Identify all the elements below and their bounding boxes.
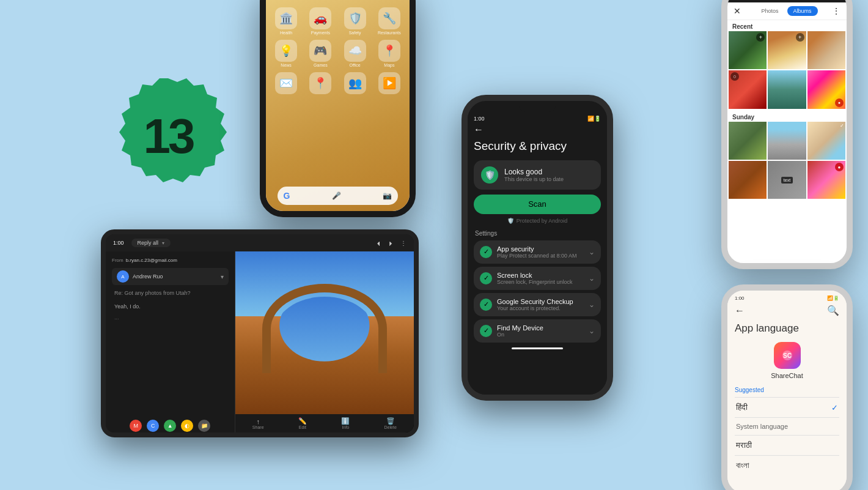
photo-park[interactable] — [768, 70, 806, 108]
lang-marathi[interactable]: मराठी — [735, 436, 839, 456]
app-icon-maps[interactable]: 📍 Maps — [375, 40, 403, 67]
google-search-bar[interactable]: G 🎤 📷 — [278, 187, 399, 205]
app-icon-location[interactable]: 📍 — [306, 72, 334, 94]
app-icon-safety[interactable]: 🛡️ Safety — [341, 7, 369, 35]
app-security-item[interactable]: ✓ App security Play Protect scanned at 8… — [474, 240, 601, 264]
photos-header: ✕ Photos Albums ⋮ — [727, 2, 847, 20]
photos-tab[interactable]: Photos — [755, 6, 784, 16]
protected-text: 🛡️ Protected by Android — [474, 218, 601, 224]
email-body[interactable]: Yeah, I do. — [112, 302, 229, 311]
email-ellipsis: ... — [112, 313, 229, 322]
find-device-title: Find My Device — [497, 324, 584, 332]
edit-button[interactable]: ✏️ Edit — [298, 417, 307, 429]
home-indicator — [512, 347, 562, 349]
app-security-subtitle: Play Protect scanned at 8:00 AM — [497, 253, 584, 259]
photos-close-button[interactable]: ✕ — [734, 6, 741, 16]
photo-sunday-1[interactable] — [729, 122, 767, 160]
status-bar: 1:00 📶🔋 — [474, 116, 601, 122]
app-icon-office[interactable]: ☁️ Office — [341, 40, 369, 67]
lang-system[interactable]: System language — [735, 418, 839, 436]
screen-lock-title: Screen lock — [497, 272, 584, 279]
photo-flowers[interactable]: ● — [807, 70, 845, 108]
settings-section-label: Settings — [474, 230, 601, 237]
app-icon-news[interactable]: 💡 News — [272, 40, 300, 67]
scan-button[interactable]: Scan — [474, 195, 601, 214]
looks-good-text: Looks good — [504, 168, 564, 176]
files-icon[interactable]: 📁 — [198, 420, 210, 432]
photo-sunday-2[interactable] — [768, 122, 806, 160]
find-my-device-item[interactable]: ✓ Find My Device On ⌄ — [474, 319, 601, 343]
photo-check: ○ — [730, 72, 739, 81]
email-to-field[interactable]: A Andrew Ruo ▾ — [112, 268, 229, 285]
delete-button[interactable]: 🗑️ Delete — [384, 417, 397, 429]
share-button[interactable]: ↑ Share — [252, 418, 264, 429]
screen-lock-chevron: ⌄ — [589, 274, 595, 283]
photo-food[interactable]: ○ — [729, 70, 767, 108]
app-icon-mail[interactable]: ✉️ — [272, 72, 300, 94]
app-icon-contacts[interactable]: 👥 — [341, 72, 369, 94]
photos-icon-nav[interactable]: ◐ — [181, 420, 193, 432]
app-security-chevron: ⌄ — [589, 248, 595, 256]
app-icon-health[interactable]: 🏛️ Health — [272, 7, 300, 35]
recipient-avatar: A — [117, 270, 129, 283]
photo-select: + — [756, 33, 765, 42]
screen-lock-icon: ✓ — [480, 272, 492, 284]
page-background: 13 🏛️ Health 🚗 Payments — [0, 0, 868, 490]
info-button[interactable]: ℹ️ Info — [341, 417, 350, 429]
photo-sunday-dog[interactable]: ✓ — [807, 122, 845, 160]
lang-search-button[interactable]: 🔍 — [827, 305, 839, 316]
lang-bengali[interactable]: বাংলা — [735, 456, 839, 475]
app-security-title: App security — [497, 245, 584, 253]
lang-title: App language — [735, 322, 839, 335]
lang-header: ← 🔍 — [735, 305, 839, 316]
back-button[interactable]: ← — [474, 124, 601, 135]
app-language-phone: 1:00 📶🔋 ← 🔍 App language SC ShareChat — [721, 284, 853, 490]
security-checkup-icon: ✓ — [480, 299, 492, 311]
photos-more-button[interactable]: ⋮ — [832, 6, 840, 16]
albums-tab[interactable]: Albums — [787, 6, 818, 16]
reply-all-chip[interactable]: Reply all ▾ — [131, 239, 171, 247]
photo-toolbar: ↑ Share ✏️ Edit ℹ️ Info 🗑️ — [235, 414, 414, 432]
photos-phone: This app will have access to only the ph… — [721, 0, 853, 269]
looks-good-card: 🛡️ Looks good This device is up to date — [474, 160, 601, 190]
recent-label: Recent — [727, 20, 847, 31]
find-device-chevron: ⌄ — [589, 327, 595, 335]
email-compose-panel: From b.ryan.c.23@gmail.com A Andrew Ruo … — [106, 251, 235, 432]
chrome-icon[interactable]: C — [147, 420, 159, 432]
photo-people[interactable] — [807, 31, 845, 69]
security-checkup-chevron: ⌄ — [589, 300, 595, 309]
gmail-icon[interactable]: M — [130, 420, 142, 432]
device-status-text: This device is up to date — [504, 176, 564, 182]
screen-lock-item[interactable]: ✓ Screen lock Screen lock, Fingerprint u… — [474, 267, 601, 290]
app-icon-games[interactable]: 🎮 Games — [306, 40, 334, 67]
app-icon-payments[interactable]: 🚗 Payments — [306, 7, 334, 35]
photo-red-badge: ● — [835, 163, 844, 171]
suggested-label: Suggested — [735, 387, 839, 393]
tablet-gmail: 1:00 Reply all ▾ ⏴ ⏵ ⋮ From b.ryan.c.23@ — [101, 229, 419, 437]
shield-icon: 🛡️ — [481, 166, 498, 184]
lang-hindi[interactable]: हिंदी ✓ — [735, 398, 839, 418]
photo-sunday-4[interactable] — [729, 161, 767, 199]
recent-photos-grid: + + ○ ● — [727, 31, 847, 109]
sharechat-label: ShareChat — [771, 372, 803, 379]
photo-landscape[interactable]: + — [729, 31, 767, 69]
photo-sunday-5[interactable]: text — [768, 161, 806, 199]
maps-icon[interactable]: ▲ — [164, 420, 176, 432]
android-13-badge: 13 — [107, 73, 229, 198]
app-icon-restaurants[interactable]: 🔧 Restaurants — [375, 7, 403, 35]
lang-status-bar: 1:00 📶🔋 — [735, 295, 839, 301]
photo-sunday-6[interactable]: ● — [807, 161, 845, 199]
tablet-toolbar-icons: ⏴ ⏵ ⋮ — [376, 240, 406, 247]
app-icon-youtube[interactable]: ▶️ — [375, 72, 403, 94]
security-checkup-item[interactable]: ✓ Google Security Checkup Your account i… — [474, 293, 601, 316]
security-privacy-phone: 1:00 📶🔋 ← Security & privacy 🛡️ Looks go… — [462, 95, 613, 401]
sharechat-app-icon: SC — [774, 342, 801, 369]
tablet-nav-apps: M C ▲ ◐ 📁 — [106, 419, 234, 432]
lang-back-button[interactable]: ← — [735, 305, 745, 316]
photo-warm[interactable]: + — [768, 31, 806, 69]
svg-text:SC: SC — [783, 352, 792, 359]
screen-lock-subtitle: Screen lock, Fingerprint unlock — [497, 279, 584, 285]
sharechat-section: SC ShareChat — [735, 342, 839, 379]
email-subject: Re: Got any photos from Utah? — [112, 289, 229, 297]
photo-display — [235, 251, 414, 414]
